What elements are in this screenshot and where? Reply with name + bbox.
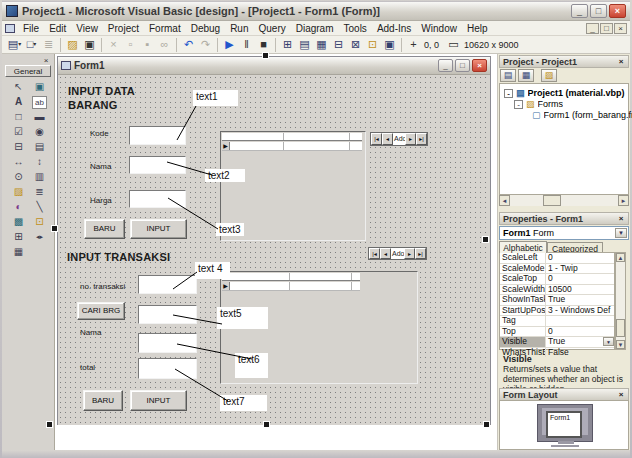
form-close-button[interactable]: × bbox=[472, 59, 487, 72]
mdi-child-icon[interactable] bbox=[5, 24, 15, 33]
break-button[interactable]: ‖ bbox=[238, 37, 255, 52]
scroll-up-icon[interactable]: ▲ bbox=[616, 253, 625, 262]
ado-first-icon[interactable]: |◂ bbox=[371, 133, 382, 145]
property-name[interactable]: StartUpPosition bbox=[500, 306, 546, 316]
harga-label[interactable]: Harga bbox=[90, 196, 112, 205]
save-project-button[interactable]: ▣ bbox=[81, 37, 98, 52]
paste-button[interactable]: ▪ bbox=[139, 37, 156, 52]
child-restore-button[interactable]: □ bbox=[600, 23, 613, 34]
redo-button[interactable]: ↷ bbox=[197, 37, 214, 52]
menu-query[interactable]: Query bbox=[253, 23, 290, 34]
menu-file[interactable]: File bbox=[18, 23, 44, 34]
dirlistbox-tool-icon[interactable]: ▨ bbox=[8, 185, 29, 200]
textbox-tool-icon[interactable]: ab bbox=[32, 96, 47, 109]
label-tool-icon[interactable]: A bbox=[8, 95, 29, 110]
picturebox-tool-icon[interactable]: ▣ bbox=[29, 80, 50, 95]
scroll-down-icon[interactable]: ▼ bbox=[616, 340, 625, 349]
pointer-tool-icon[interactable]: ↖ bbox=[8, 80, 29, 95]
mini-form[interactable]: Form1 bbox=[546, 411, 582, 438]
baru-button-2[interactable]: BARU bbox=[83, 390, 123, 411]
properties-close-icon[interactable]: × bbox=[616, 214, 626, 224]
menu-project[interactable]: Project bbox=[103, 23, 144, 34]
end-button[interactable]: ■ bbox=[255, 37, 272, 52]
total-label[interactable]: total bbox=[80, 363, 95, 372]
ole-tool-icon[interactable]: ⊞ bbox=[8, 230, 29, 245]
add-form-button[interactable]: □▾ bbox=[23, 37, 40, 52]
open-project-button[interactable]: ▨ bbox=[64, 37, 81, 52]
ado-prev-icon[interactable]: ◂ bbox=[380, 248, 391, 259]
data-view-button[interactable]: ⊡ bbox=[364, 37, 381, 52]
property-name[interactable]: Tag bbox=[500, 316, 546, 326]
ado-first-icon[interactable]: |◂ bbox=[369, 248, 380, 259]
hscrollbar-tool-icon[interactable]: ↔ bbox=[8, 155, 29, 170]
menu-addins[interactable]: Add-Ins bbox=[372, 23, 416, 34]
property-name[interactable]: ScaleTop bbox=[500, 274, 546, 284]
view-object-button[interactable]: ▦ bbox=[518, 69, 534, 82]
object-browser-button[interactable]: ⊟ bbox=[330, 37, 347, 52]
form-design-surface[interactable]: INPUT DATA BARANG text1 Kode Nama Harga … bbox=[58, 75, 490, 425]
data-tool-icon[interactable]: ⊡ bbox=[29, 215, 50, 230]
section2-heading[interactable]: INPUT TRANSAKSI bbox=[67, 250, 267, 264]
property-value[interactable]: 3 - Windows Def bbox=[546, 306, 614, 316]
collapse-icon[interactable]: - bbox=[514, 100, 523, 109]
optionbutton-tool-icon[interactable]: ◉ bbox=[29, 125, 50, 140]
resize-handle-bottom-left[interactable] bbox=[46, 421, 53, 428]
undo-button[interactable]: ↶ bbox=[180, 37, 197, 52]
object-selector-combo[interactable]: Form1 Form ▼ bbox=[499, 226, 629, 240]
view-code-button[interactable]: ▤ bbox=[500, 69, 516, 82]
adodc-tool-icon[interactable]: ◂▸ bbox=[29, 230, 50, 245]
form-minimize-button[interactable]: _ bbox=[438, 59, 453, 72]
property-name[interactable]: ScaleLeft bbox=[500, 253, 546, 263]
toggle-folders-button[interactable]: ▨ bbox=[541, 69, 557, 82]
property-name[interactable]: ShowInTaskbar bbox=[500, 295, 546, 305]
kode-textbox[interactable] bbox=[129, 126, 186, 145]
listbox-tool-icon[interactable]: ▤ bbox=[29, 140, 50, 155]
image-tool-icon[interactable]: ▩ bbox=[8, 215, 29, 230]
line-tool-icon[interactable]: ╲ bbox=[29, 200, 50, 215]
child-close-button[interactable]: × bbox=[614, 23, 627, 34]
combobox-tool-icon[interactable]: ⊟ bbox=[8, 140, 29, 155]
project-panel-header[interactable]: Project - Project1 × bbox=[499, 55, 629, 68]
combo-dropdown-icon[interactable]: ▼ bbox=[615, 228, 627, 238]
filelistbox-tool-icon[interactable]: ≣ bbox=[29, 185, 50, 200]
ado-prev-icon[interactable]: ◂ bbox=[382, 133, 393, 145]
find-button[interactable]: ∞ bbox=[156, 37, 173, 52]
resize-handle-bottom[interactable] bbox=[263, 421, 270, 428]
baru-button-1[interactable]: BARU bbox=[84, 219, 125, 239]
vscrollbar-tool-icon[interactable]: ↕ bbox=[29, 155, 50, 170]
properties-panel-header[interactable]: Properties - Form1 × bbox=[499, 212, 629, 225]
toolbox-button[interactable]: ⊠ bbox=[347, 37, 364, 52]
commandbutton-tool-icon[interactable]: ▬ bbox=[29, 110, 50, 125]
close-button[interactable]: × bbox=[609, 4, 626, 18]
menu-help[interactable]: Help bbox=[462, 23, 493, 34]
nama2-textbox[interactable] bbox=[138, 333, 197, 353]
no-transaksi-textbox[interactable] bbox=[138, 275, 197, 294]
menu-view[interactable]: View bbox=[71, 23, 103, 34]
total-textbox[interactable] bbox=[138, 358, 197, 379]
tag-label-text1[interactable]: text1 bbox=[193, 90, 238, 106]
cari-textbox[interactable] bbox=[138, 305, 197, 324]
copy-button[interactable]: ▫ bbox=[122, 37, 139, 52]
form-title-bar[interactable]: Form1 _ □ × bbox=[58, 57, 490, 75]
maximize-button[interactable]: □ bbox=[590, 4, 607, 18]
harga-textbox[interactable] bbox=[129, 190, 186, 208]
value-dropdown-icon[interactable]: ▼ bbox=[603, 337, 614, 346]
property-name[interactable]: Visible bbox=[500, 337, 546, 347]
resize-handle-top[interactable] bbox=[262, 52, 269, 59]
project-horizontal-scrollbar[interactable]: ◄ ► bbox=[499, 195, 629, 206]
tree-node-forms[interactable]: - ▨ Forms bbox=[514, 99, 563, 109]
property-value[interactable] bbox=[546, 316, 614, 326]
scrollbar-thumb[interactable] bbox=[543, 195, 561, 206]
drivelistbox-tool-icon[interactable]: ▥ bbox=[29, 170, 50, 185]
add-project-button[interactable]: ▤▾ bbox=[6, 37, 23, 52]
adodc-barang[interactable]: |◂ ◂ Ado ▸ ▸| bbox=[370, 132, 428, 146]
adodc-transaksi[interactable]: |◂ ◂ Ado ▸ ▸| bbox=[368, 247, 427, 260]
no-transaksi-label[interactable]: no. transaksi bbox=[80, 282, 125, 291]
start-button[interactable]: ▶ bbox=[221, 37, 238, 52]
menu-diagram[interactable]: Diagram bbox=[291, 23, 339, 34]
resize-handle-left[interactable] bbox=[51, 225, 58, 232]
property-value[interactable]: 10500 bbox=[546, 285, 614, 295]
scrollbar-thumb[interactable] bbox=[616, 319, 625, 337]
property-value[interactable]: True bbox=[546, 295, 614, 305]
kode-label[interactable]: Kode bbox=[90, 129, 109, 138]
